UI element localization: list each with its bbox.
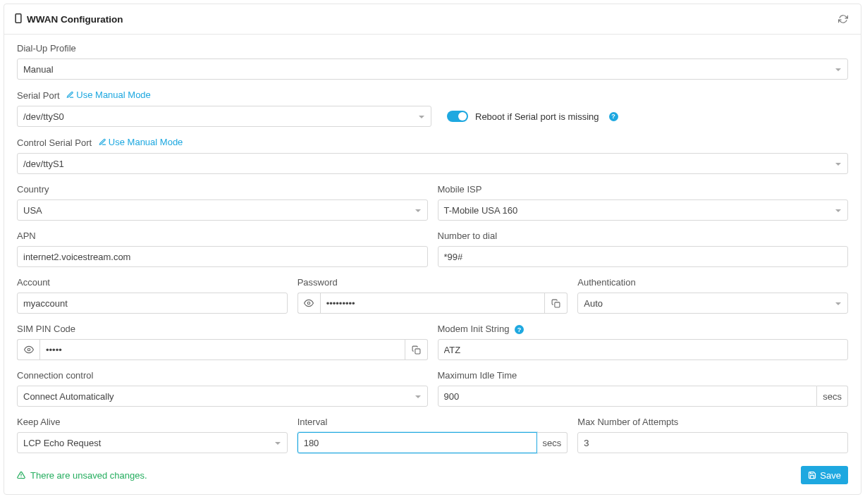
interval-label: Interval	[297, 417, 568, 427]
idle-label: Maximum Idle Time	[438, 370, 849, 381]
password-copy-icon[interactable]	[545, 293, 568, 314]
auth-select[interactable]: Auto	[577, 293, 848, 314]
idle-input[interactable]	[438, 386, 818, 407]
save-button[interactable]: Save	[801, 466, 848, 484]
password-label: Password	[297, 277, 568, 288]
country-value: USA	[23, 205, 42, 216]
dialup-label: Dial-Up Profile	[17, 43, 848, 54]
auth-value: Auto	[584, 298, 603, 309]
svg-point-1	[307, 302, 310, 305]
wwan-config-panel: WWAN Configuration Dial-Up Profile Manua…	[4, 4, 861, 495]
pin-label: SIM PIN Code	[17, 324, 428, 334]
control-serial-value: /dev/ttyS1	[23, 159, 64, 169]
attempts-group: Max Number of Attempts	[577, 417, 848, 453]
password-input[interactable]	[320, 293, 546, 314]
dial-group: Number to dial	[438, 231, 849, 267]
modem-input[interactable]	[438, 339, 849, 360]
password-show-icon[interactable]	[297, 293, 320, 314]
mobile-icon	[14, 13, 23, 25]
isp-value: T-Mobile USA 160	[444, 205, 518, 216]
attempts-label: Max Number of Attempts	[577, 417, 848, 427]
control-serial-label: Control Serial Port Use Manual Mode	[17, 137, 848, 148]
serial-port-select[interactable]: /dev/ttyS0	[17, 106, 431, 127]
keepalive-label: Keep Alive	[17, 417, 288, 427]
serial-manual-link[interactable]: Use Manual Mode	[66, 90, 151, 100]
connection-select[interactable]: Connect Automatically	[17, 386, 428, 407]
control-serial-group: Control Serial Port Use Manual Mode /dev…	[17, 137, 848, 174]
dialup-value: Manual	[23, 64, 54, 75]
svg-point-3	[27, 348, 30, 351]
pin-input[interactable]	[39, 339, 405, 360]
apn-input[interactable]	[17, 246, 428, 267]
country-label: Country	[17, 184, 428, 195]
save-text: Save	[820, 470, 841, 481]
connection-value: Connect Automatically	[23, 391, 114, 402]
isp-select[interactable]: T-Mobile USA 160	[438, 199, 849, 221]
serial-group: Serial Port Use Manual Mode /dev/ttyS0 R…	[17, 90, 848, 127]
panel-header: WWAN Configuration	[4, 4, 861, 35]
panel-title-text: WWAN Configuration	[27, 14, 123, 25]
password-group: Password	[297, 277, 568, 314]
control-serial-manual-link[interactable]: Use Manual Mode	[99, 137, 183, 147]
reboot-toggle[interactable]	[447, 111, 468, 122]
pin-group: SIM PIN Code	[17, 324, 428, 360]
interval-group: Interval secs	[297, 417, 568, 453]
auth-group: Authentication Auto	[577, 277, 848, 314]
svg-rect-2	[555, 302, 560, 307]
help-icon[interactable]: ?	[609, 112, 618, 121]
pin-copy-icon[interactable]	[405, 339, 428, 360]
interval-input[interactable]	[297, 432, 537, 453]
idle-unit: secs	[817, 386, 848, 407]
refresh-button[interactable]	[835, 11, 851, 27]
connection-label: Connection control	[17, 370, 428, 381]
isp-label: Mobile ISP	[438, 184, 849, 195]
country-select[interactable]: USA	[17, 199, 428, 221]
pin-show-icon[interactable]	[17, 339, 39, 360]
keepalive-value: LCP Echo Request	[23, 438, 101, 448]
dialup-group: Dial-Up Profile Manual	[17, 43, 848, 80]
control-serial-select[interactable]: /dev/ttyS1	[17, 153, 848, 174]
account-label: Account	[17, 277, 288, 288]
panel-body: Dial-Up Profile Manual Serial Port Use M…	[4, 35, 861, 494]
svg-rect-4	[415, 348, 419, 353]
modem-group: Modem Init String ?	[438, 324, 849, 360]
apn-group: APN	[17, 231, 428, 267]
svg-rect-0	[16, 13, 21, 22]
dial-label: Number to dial	[438, 231, 849, 241]
serial-label: Serial Port Use Manual Mode	[17, 90, 848, 101]
auth-label: Authentication	[577, 277, 848, 288]
account-group: Account	[17, 277, 288, 314]
unsaved-text: There are unsaved changes.	[30, 470, 147, 481]
connection-group: Connection control Connect Automatically	[17, 370, 428, 407]
help-icon[interactable]: ?	[515, 325, 524, 334]
unsaved-notice: There are unsaved changes.	[17, 470, 147, 481]
attempts-input[interactable]	[577, 432, 848, 453]
reboot-toggle-wrap: Reboot if Serial port is missing ?	[447, 111, 618, 122]
apn-label: APN	[17, 231, 428, 241]
panel-footer: There are unsaved changes. Save	[17, 463, 848, 484]
keepalive-select[interactable]: LCP Echo Request	[17, 432, 288, 453]
warning-icon	[17, 471, 25, 479]
keepalive-group: Keep Alive LCP Echo Request	[17, 417, 288, 453]
interval-unit: secs	[537, 432, 568, 453]
serial-value: /dev/ttyS0	[23, 111, 64, 122]
account-input[interactable]	[17, 293, 288, 314]
modem-label: Modem Init String ?	[438, 324, 849, 334]
save-icon	[808, 471, 816, 479]
isp-group: Mobile ISP T-Mobile USA 160	[438, 184, 849, 221]
panel-title: WWAN Configuration	[14, 13, 123, 25]
dial-input[interactable]	[438, 246, 849, 267]
idle-group: Maximum Idle Time secs	[438, 370, 849, 407]
reboot-label: Reboot if Serial port is missing	[475, 111, 599, 122]
country-group: Country USA	[17, 184, 428, 221]
dialup-select[interactable]: Manual	[17, 59, 848, 80]
